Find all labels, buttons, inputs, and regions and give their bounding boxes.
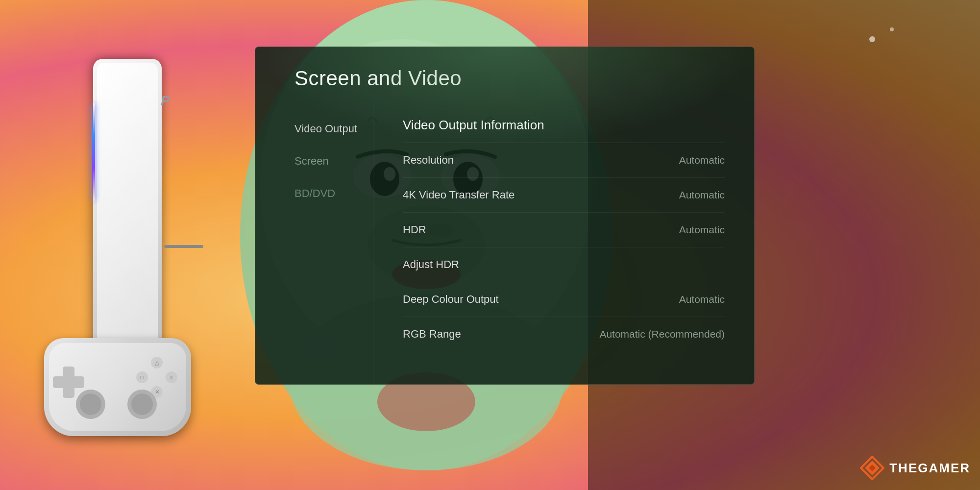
table-row[interactable]: Deep Colour Output Automatic <box>403 282 725 317</box>
svg-point-17 <box>890 27 894 31</box>
thegamer-icon <box>860 456 884 480</box>
section-title: Video Output Information <box>403 110 725 143</box>
setting-label-hdr: HDR <box>403 223 426 236</box>
ui-panel: Screen and Video Video Output Screen BD/… <box>255 47 755 385</box>
svg-point-30 <box>80 393 101 415</box>
sidebar-item-screen[interactable]: Screen <box>294 147 373 175</box>
setting-value-resolution: Automatic <box>679 154 725 166</box>
table-row[interactable]: 4K Video Transfer Rate Automatic <box>403 178 725 213</box>
table-row[interactable]: HDR Automatic <box>403 213 725 247</box>
setting-label-resolution: Resolution <box>403 154 454 167</box>
setting-value-rgb-range: Automatic (Recommended) <box>599 328 725 340</box>
setting-label-rgb-range: RGB Range <box>403 328 461 341</box>
svg-rect-20 <box>53 376 84 388</box>
panel-content: Video Output Screen BD/DVD Video Output … <box>255 105 754 383</box>
setting-value-deep-colour: Automatic <box>679 294 725 305</box>
svg-point-16 <box>869 36 875 42</box>
svg-text:P: P <box>161 93 170 108</box>
svg-text:△: △ <box>155 359 160 366</box>
svg-text:□: □ <box>140 374 144 381</box>
panel-header: Screen and Video <box>255 47 754 105</box>
thegamer-badge: THEGAMER <box>860 456 970 480</box>
console-light <box>92 103 95 201</box>
setting-label-deep-colour: Deep Colour Output <box>403 293 499 306</box>
svg-point-32 <box>131 393 153 415</box>
svg-text:○: ○ <box>170 374 173 381</box>
setting-label-4k-transfer: 4K Video Transfer Rate <box>403 189 514 201</box>
setting-label-adjust-hdr: Adjust HDR <box>403 258 459 271</box>
content-area: Video Output Information Resolution Auto… <box>373 105 754 383</box>
thegamer-brand-text: THEGAMER <box>889 461 970 476</box>
table-row[interactable]: Resolution Automatic <box>403 143 725 178</box>
ps-logo: P <box>156 88 180 113</box>
sidebar: Video Output Screen BD/DVD <box>255 105 373 383</box>
sidebar-item-bd-dvd[interactable]: BD/DVD <box>294 179 373 208</box>
sidebar-item-video-output[interactable]: Video Output <box>294 115 373 143</box>
table-row[interactable]: Adjust HDR <box>403 247 725 282</box>
settings-list: Resolution Automatic 4K Video Transfer R… <box>403 143 725 351</box>
controller: △ ○ ✕ □ <box>34 328 201 485</box>
page-title: Screen and Video <box>294 67 715 90</box>
setting-value-4k-transfer: Automatic <box>679 189 725 201</box>
ps5-area: P △ ○ ✕ <box>0 0 274 490</box>
setting-value-hdr: Automatic <box>679 224 725 236</box>
disc-slot <box>164 245 203 248</box>
table-row[interactable]: RGB Range Automatic (Recommended) <box>403 317 725 351</box>
ps5-console: P △ ○ ✕ <box>34 44 240 446</box>
